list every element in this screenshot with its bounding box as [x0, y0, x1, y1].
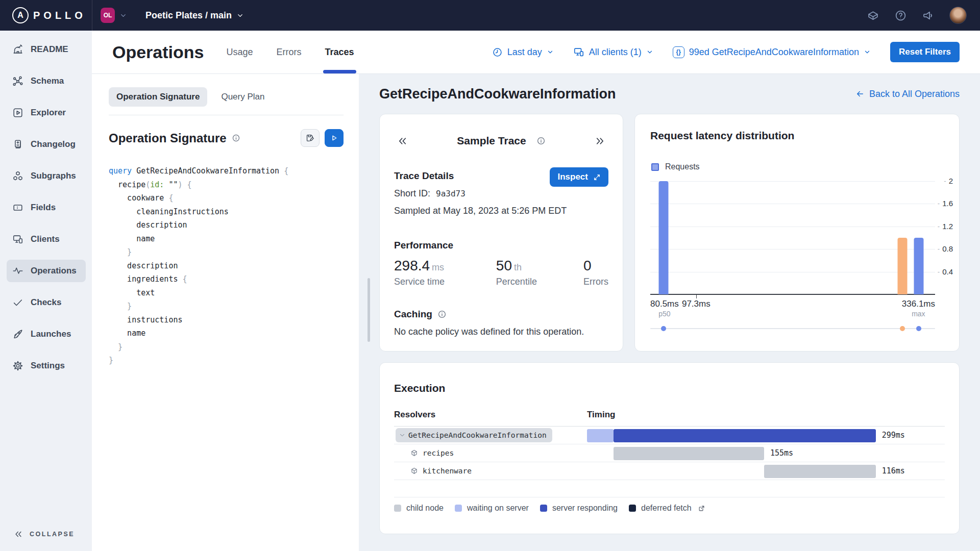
x-tick-label: 97.3ms [682, 299, 710, 309]
apollo-logo-text: POLLO [33, 10, 86, 21]
edit-icon[interactable] [301, 129, 320, 147]
sidebar-item-label: Checks [31, 297, 61, 308]
collapse-icon [14, 530, 23, 539]
latency-legend-item[interactable]: Requests [651, 162, 700, 171]
org-badge[interactable]: OL [101, 8, 115, 23]
timing-segment-waiting [587, 429, 614, 442]
operation-title: GetRecipeAndCookwareInformation [379, 86, 616, 102]
stat-label: Percentile [496, 277, 583, 287]
inspect-button[interactable]: Inspect [550, 167, 608, 187]
execution-row[interactable]: recipes 155ms [394, 444, 945, 462]
legend-swatch [455, 505, 462, 512]
execution-row[interactable]: GetRecipeAndCookwareInformation 299ms [394, 427, 945, 444]
tab-errors[interactable]: Errors [277, 31, 302, 73]
info-icon[interactable] [437, 310, 447, 319]
code-line: recipe(id: "") { [109, 178, 344, 192]
sidebar-item-schema[interactable]: Schema [7, 70, 86, 92]
tab-usage[interactable]: Usage [226, 31, 253, 73]
tab-operation-signature[interactable]: Operation Signature [109, 87, 207, 107]
collapse-button[interactable]: COLLAPSE [0, 530, 92, 551]
apollo-logo-a: A [17, 11, 23, 20]
org-switcher[interactable]: OL [92, 8, 127, 23]
sidebar-item-label: Clients [31, 234, 60, 244]
sidebar-item-settings[interactable]: Settings [7, 355, 86, 377]
info-icon[interactable] [536, 136, 546, 145]
body-row: Operation Signature Query Plan Operation… [92, 74, 980, 551]
graphos-icon[interactable] [867, 9, 879, 22]
resolver-cell: recipes [394, 449, 587, 458]
trace-details-section: Trace Details Inspect Short ID: 9a3d73 S… [394, 170, 608, 216]
stat-percentile: 50th Percentile [496, 258, 583, 287]
code-line: query GetRecipeAndCookwareInformation { [109, 164, 344, 178]
timing-segment-child [764, 465, 876, 478]
clock-icon [492, 47, 503, 58]
sidebar-item-label: Settings [31, 361, 65, 371]
y-tick-label: -0.4 [938, 267, 953, 276]
graph-breadcrumb[interactable]: Poetic Plates / main [127, 10, 244, 21]
operation-title-row: GetRecipeAndCookwareInformation Back to … [379, 74, 960, 114]
sidebar-item-explorer[interactable]: Explorer [7, 102, 86, 124]
duration-label: 116ms [882, 466, 905, 475]
reset-filters-button[interactable]: Reset Filters [890, 42, 960, 62]
legend-label: deferred fetch [641, 504, 692, 513]
execution-card: Execution Resolvers Timing GetRecipeAndC… [379, 362, 960, 534]
slider-dot[interactable] [916, 326, 921, 331]
short-id-line: Short ID: 9a3d73 [394, 188, 608, 199]
legend-item-deferred: deferred fetch [629, 504, 705, 513]
timing-column-header: Timing [587, 410, 945, 420]
subgraphs-icon [12, 170, 23, 182]
chevron-down-icon [864, 48, 871, 56]
histogram-bar[interactable] [658, 181, 668, 294]
execution-row[interactable]: kitchenware 116ms [394, 462, 945, 480]
sidebar-item-checks[interactable]: Checks [7, 291, 86, 314]
y-tick-label: -1.2 [938, 222, 953, 231]
stat-value: 298.4 [394, 258, 430, 273]
time-range-label: Last day [507, 47, 542, 58]
operation-signature-panel: Operation Signature Query Plan Operation… [92, 74, 359, 551]
scrollbar-thumb[interactable] [368, 278, 370, 342]
announcements-icon[interactable] [922, 9, 935, 22]
sidebar-item-changelog[interactable]: Changelog [7, 133, 86, 156]
stat-value: 50 [496, 258, 512, 273]
code-line: ingredients { [109, 272, 344, 286]
sidebar-item-subgraphs[interactable]: Subgraphs [7, 165, 86, 187]
launches-icon [12, 329, 23, 340]
info-icon[interactable] [232, 134, 240, 142]
performance-stats: 298.4ms Service time 50th Percentile 0 E… [394, 258, 608, 287]
arrow-left-icon [855, 89, 865, 98]
sidebar-item-operations[interactable]: Operations [7, 260, 86, 282]
help-icon[interactable] [894, 9, 907, 22]
tab-query-plan[interactable]: Query Plan [221, 87, 264, 107]
sidebar-item-clients[interactable]: Clients [7, 228, 86, 251]
histogram-bar[interactable] [914, 238, 924, 294]
avatar[interactable] [949, 7, 967, 24]
slider-dot[interactable] [900, 326, 905, 331]
back-to-all-operations-link[interactable]: Back to All Operations [855, 89, 960, 99]
tab-traces[interactable]: Traces [325, 31, 354, 73]
stat-label: Service time [394, 277, 496, 287]
external-link-icon[interactable] [698, 505, 705, 512]
latency-range-slider[interactable] [650, 325, 935, 332]
apollo-logo[interactable]: A POLLO [0, 7, 92, 23]
code-line: name [109, 327, 344, 340]
stat-value: 0 [583, 258, 592, 273]
trace-title-wrap: Sample Trace [457, 135, 545, 147]
play-icon[interactable] [325, 129, 344, 147]
sidebar-item-launches[interactable]: Launches [7, 323, 86, 345]
execution-heading: Execution [394, 382, 945, 394]
sidebar-item-readme[interactable]: README [7, 38, 86, 61]
time-range-filter[interactable]: Last day [492, 47, 554, 58]
histogram-bar[interactable] [897, 238, 907, 294]
operation-signature-code[interactable]: query GetRecipeAndCookwareInformation { … [109, 164, 344, 367]
x-tick-sublabel: p50 [650, 310, 679, 318]
next-trace-icon[interactable] [592, 136, 608, 146]
slider-dot[interactable] [661, 326, 666, 331]
operation-filter[interactable]: {} 99ed GetRecipeAndCookwareInformation [673, 46, 871, 58]
x-tick: 336.1ms max [902, 299, 935, 318]
sidebar-item-label: Explorer [31, 108, 66, 118]
resolver-toggle[interactable]: GetRecipeAndCookwareInformation [396, 428, 552, 442]
previous-trace-icon[interactable] [394, 136, 411, 146]
clients-filter[interactable]: All clients (1) [573, 46, 653, 58]
sidebar-item-fields[interactable]: Fields [7, 196, 86, 219]
performance-section: Performance 298.4ms Service time 50th Pe… [394, 240, 608, 287]
